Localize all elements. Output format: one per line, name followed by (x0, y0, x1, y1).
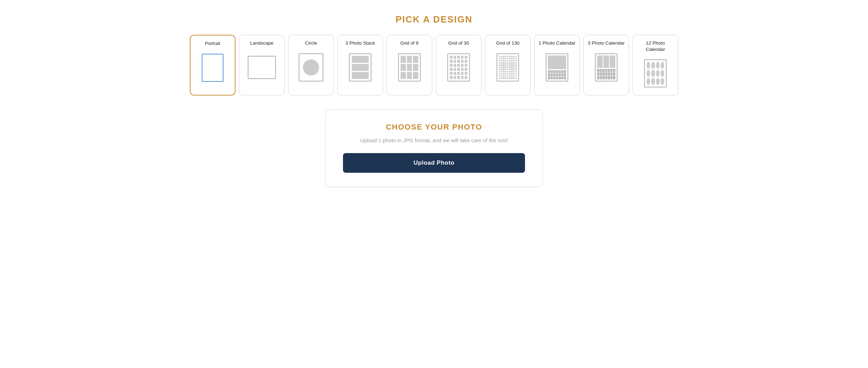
grid-30-icon (447, 53, 470, 81)
grid-9-icon (398, 53, 421, 81)
design-label-calendar-12: 12 Photo Calendar (636, 40, 674, 52)
upload-photo-button[interactable]: Upload Photo (343, 153, 525, 173)
photo-section: CHOOSE YOUR PHOTO Upload 1 photo in JPG … (325, 110, 543, 187)
stack-row-3 (352, 72, 369, 79)
landscape-icon (248, 56, 276, 79)
portrait-icon (202, 54, 224, 82)
design-label-circle: Circle (305, 40, 317, 46)
cal1-grid (548, 70, 566, 79)
photo-section-description: Upload 1 photo in JPG format, and we wil… (360, 137, 508, 145)
design-label-calendar-3: 3 Photo Calendar (588, 40, 624, 46)
design-label-grid-9: Grid of 9 (400, 40, 419, 46)
design-label-grid-30: Grid of 30 (448, 40, 469, 46)
3-photo-stack-icon (349, 53, 371, 81)
design-label-grid-130: Grid of 130 (496, 40, 520, 46)
photo-section-title: CHOOSE YOUR PHOTO (386, 123, 482, 132)
design-preview-portrait (199, 50, 227, 85)
grid-130-icon (497, 53, 519, 81)
design-card-grid-9[interactable]: Grid of 9 (387, 35, 432, 96)
calendar-3-icon (595, 53, 617, 81)
design-card-grid-130[interactable]: Grid of 130 (485, 35, 531, 96)
design-label-3-photo-stack: 3 Photo Stack (345, 40, 375, 46)
design-card-grid-30[interactable]: Grid of 30 (436, 35, 481, 96)
design-card-circle[interactable]: Circle (288, 35, 334, 96)
cal3-photos (597, 55, 615, 68)
cal3-grid (597, 69, 615, 79)
circle-shape (303, 59, 319, 75)
design-card-landscape[interactable]: Landscape (239, 35, 285, 96)
design-card-calendar-12[interactable]: 12 Photo Calendar (633, 35, 678, 96)
page-title: PICK A DESIGN (395, 14, 472, 25)
stack-row-2 (352, 64, 369, 71)
design-options-row: Portrait Landscape Circle 3 Photo Stack (190, 35, 678, 96)
design-preview-circle (297, 50, 325, 85)
design-label-calendar-1: 1 Photo Calendar (538, 40, 575, 46)
design-preview-calendar-12 (641, 56, 669, 91)
design-preview-calendar-3 (592, 50, 620, 85)
design-preview-grid-30 (445, 50, 473, 85)
design-preview-landscape (248, 50, 276, 85)
design-card-calendar-3[interactable]: 3 Photo Calendar (583, 35, 629, 96)
stack-row-1 (352, 56, 369, 63)
calendar-12-icon (644, 59, 667, 87)
design-card-calendar-1[interactable]: 1 Photo Calendar (534, 35, 580, 96)
design-card-3-photo-stack[interactable]: 3 Photo Stack (337, 35, 383, 96)
design-preview-grid-9 (395, 50, 423, 85)
calendar-1-icon (546, 53, 568, 81)
circle-icon (299, 53, 323, 81)
design-preview-3-photo-stack (346, 50, 374, 85)
cal1-photo (548, 55, 566, 69)
design-preview-calendar-1 (543, 50, 571, 85)
design-card-portrait[interactable]: Portrait (190, 35, 235, 96)
design-preview-grid-130 (494, 50, 522, 85)
design-label-portrait: Portrait (205, 40, 220, 47)
design-label-landscape: Landscape (250, 40, 273, 46)
